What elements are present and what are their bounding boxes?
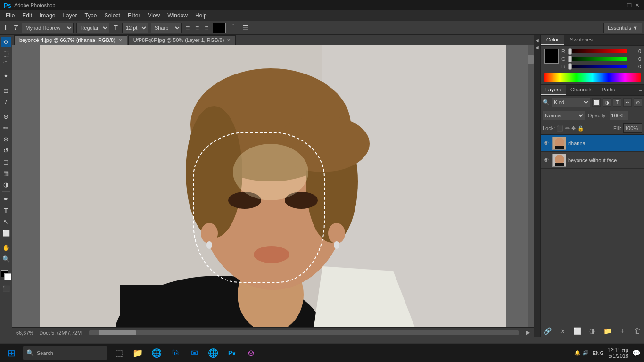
start-button[interactable]: ⊞: [4, 346, 19, 361]
lock-all-icon[interactable]: 🔒: [578, 125, 584, 132]
link-layers-btn[interactable]: 🔗: [543, 326, 552, 336]
new-layer-group-btn[interactable]: 📁: [603, 326, 612, 336]
type-tool-icon[interactable]: T: [2, 24, 9, 32]
chrome-icon[interactable]: 🌐: [206, 346, 221, 361]
layer-beyonce-without-face[interactable]: 👁 beyonce without face: [541, 152, 644, 169]
filter-vector-icon[interactable]: ✒: [623, 98, 632, 107]
color-tab-swatches[interactable]: Swatches: [564, 35, 598, 45]
opacity-input[interactable]: [610, 111, 628, 120]
align-left-icon[interactable]: ≡: [184, 24, 191, 32]
color-tab-color[interactable]: Color: [541, 35, 564, 45]
background-color[interactable]: [4, 273, 11, 280]
menu-image[interactable]: Image: [36, 11, 59, 20]
menu-view[interactable]: View: [144, 11, 164, 20]
brush-tool[interactable]: ✏: [1, 123, 11, 133]
layers-tab-paths[interactable]: Paths: [597, 85, 620, 95]
crop-tool[interactable]: ⊡: [1, 85, 11, 96]
font-size-select[interactable]: 12 pt: [122, 23, 148, 33]
menu-file[interactable]: File: [2, 11, 18, 20]
layer-rihanna[interactable]: 👁 rihanna: [541, 135, 644, 152]
text-color-box[interactable]: [213, 23, 226, 33]
notification-icon[interactable]: 💬: [632, 349, 640, 357]
lock-transparent-icon[interactable]: ⬛: [557, 125, 563, 132]
blue-track[interactable]: [568, 65, 627, 68]
minimize-button[interactable]: —: [619, 2, 625, 8]
options-icon[interactable]: ☰: [241, 24, 250, 32]
lasso-tool[interactable]: ⌒: [1, 59, 11, 70]
clone-stamp-tool[interactable]: ⊗: [1, 134, 11, 144]
new-layer-btn[interactable]: +: [618, 326, 627, 336]
blend-mode-select[interactable]: Normal: [543, 111, 585, 120]
quick-mask-toggle[interactable]: ⬛: [1, 283, 11, 294]
layer-rihanna-visibility[interactable]: 👁: [543, 140, 550, 147]
photoshop-taskbar-icon[interactable]: Ps: [224, 346, 239, 361]
tab-ufp8-close[interactable]: ✕: [227, 38, 231, 43]
layer-mask-btn[interactable]: ⬜: [573, 326, 582, 336]
store-icon[interactable]: 🛍: [168, 346, 183, 361]
another-icon[interactable]: ⊛: [243, 346, 258, 361]
hand-tool[interactable]: ✋: [1, 242, 11, 253]
menu-type[interactable]: Type: [81, 11, 100, 20]
blur-tool[interactable]: ◑: [1, 179, 11, 189]
layer-beyonce-visibility[interactable]: 👁: [543, 157, 550, 164]
tab-beyonce-close[interactable]: ✕: [118, 38, 122, 43]
type-italic-icon[interactable]: T: [12, 24, 19, 32]
gradient-tool[interactable]: ▦: [1, 168, 11, 178]
color-preview-box[interactable]: [544, 49, 559, 64]
align-right-icon[interactable]: ≡: [203, 24, 210, 32]
color-panel-options[interactable]: ≡: [639, 36, 642, 44]
blue-thumb[interactable]: [568, 63, 572, 70]
zoom-tool[interactable]: 🔍: [1, 254, 11, 264]
eyedropper-tool[interactable]: /: [1, 97, 11, 107]
filter-smart-icon[interactable]: ⊙: [634, 98, 642, 107]
font-style-select[interactable]: Regular: [76, 23, 109, 33]
eraser-tool[interactable]: ◻: [1, 156, 11, 167]
shape-tool[interactable]: ⬜: [1, 228, 11, 238]
magic-wand-tool[interactable]: ✦: [1, 71, 11, 81]
filter-adjustment-icon[interactable]: ◑: [603, 98, 611, 107]
layers-tab-channels[interactable]: Channels: [566, 85, 597, 95]
layers-panel-options[interactable]: ≡: [637, 85, 644, 95]
collapse-btn-top[interactable]: ◀: [534, 37, 540, 44]
menu-select[interactable]: Select: [100, 11, 124, 20]
healing-brush-tool[interactable]: ⊕: [1, 111, 11, 122]
menu-help[interactable]: Help: [191, 11, 211, 20]
type-tool[interactable]: T: [1, 205, 11, 215]
font-family-select[interactable]: Myriad Hebrew: [22, 23, 74, 33]
new-layer-adjustment-btn[interactable]: ◑: [587, 326, 597, 336]
layer-effects-btn[interactable]: fx: [558, 326, 567, 336]
edge-browser-icon[interactable]: 🌐: [149, 346, 164, 361]
pen-tool[interactable]: ✒: [1, 194, 11, 204]
close-button[interactable]: ✕: [634, 2, 640, 8]
vertical-scrollbar[interactable]: [528, 45, 534, 327]
collapse-btn-bottom[interactable]: ◀: [534, 44, 540, 51]
fill-input[interactable]: [623, 123, 642, 133]
vscroll-thumb[interactable]: [528, 55, 534, 64]
warp-text-icon[interactable]: ⌒: [229, 24, 238, 32]
menu-layer[interactable]: Layer: [59, 11, 81, 20]
red-track[interactable]: [568, 49, 627, 53]
horizontal-scrollbar[interactable]: [89, 330, 519, 335]
titlebar-controls[interactable]: — ❐ ✕: [619, 2, 640, 8]
green-thumb[interactable]: [568, 56, 572, 62]
color-spectrum[interactable]: [544, 73, 641, 82]
delete-layer-btn[interactable]: 🗑: [633, 326, 642, 336]
filter-pixel-icon[interactable]: ⬜: [592, 98, 601, 107]
taskbar-search[interactable]: 🔍 Search: [23, 346, 107, 360]
green-track[interactable]: [568, 57, 627, 61]
mail-icon[interactable]: ✉: [187, 346, 202, 361]
tab-beyonce[interactable]: beyoncé-4.jpg @ 66,7% (rihanna, RGB/8) ✕: [14, 35, 127, 45]
path-select-tool[interactable]: ↖: [1, 216, 11, 227]
antialiasing-select[interactable]: Sharp: [151, 23, 182, 33]
layers-tab-layers[interactable]: Layers: [541, 85, 566, 95]
lock-position-icon[interactable]: ✥: [571, 125, 576, 132]
restore-button[interactable]: ❐: [626, 2, 633, 8]
menu-edit[interactable]: Edit: [18, 11, 36, 20]
menu-window[interactable]: Window: [164, 11, 191, 20]
red-thumb[interactable]: [568, 48, 572, 55]
move-tool[interactable]: ✥: [1, 37, 11, 47]
filter-type-select[interactable]: Kind: [552, 98, 590, 107]
menu-filter[interactable]: Filter: [124, 11, 144, 20]
align-center-icon[interactable]: ≡: [194, 24, 200, 32]
hscroll-thumb[interactable]: [99, 330, 136, 335]
